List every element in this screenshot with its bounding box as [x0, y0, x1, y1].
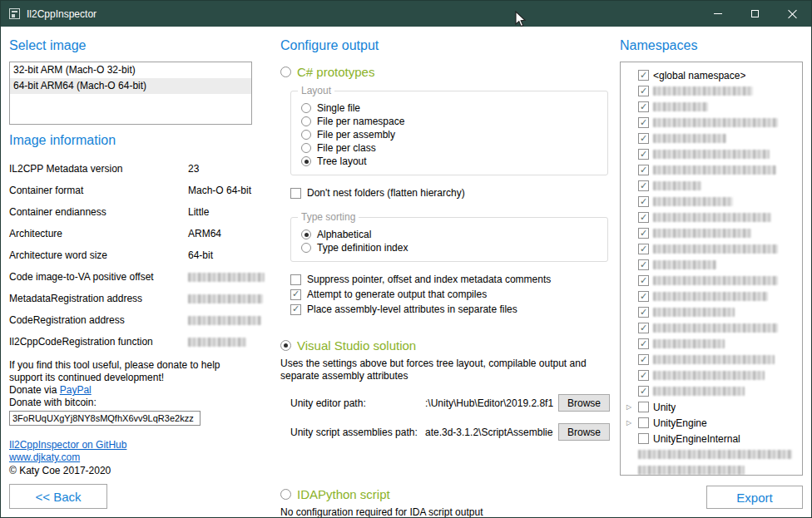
namespace-item[interactable] — [624, 115, 800, 131]
radio-icon — [301, 143, 311, 153]
type-sorting-options: AlphabeticalType definition index — [301, 228, 597, 254]
namespace-checkbox[interactable] — [638, 338, 649, 349]
radio-option-file-per-assembly[interactable]: File per assembly — [301, 128, 597, 141]
namespace-item[interactable] — [624, 257, 800, 273]
expander-icon[interactable] — [624, 418, 634, 428]
namespace-checkbox[interactable] — [638, 117, 649, 128]
back-button[interactable]: << Back — [9, 484, 107, 509]
redacted-namespace — [653, 181, 701, 190]
namespace-checkbox[interactable] — [638, 196, 649, 207]
checkbox-label: Don't nest folders (flatten hierarchy) — [307, 187, 465, 199]
checkbox-icon — [290, 304, 301, 315]
info-label: Architecture — [9, 228, 188, 239]
checkbox-suppress-pointer-offset-and-index-metadata-comments[interactable]: Suppress pointer, offset and index metad… — [290, 272, 610, 287]
namespace-checkbox[interactable] — [638, 133, 649, 144]
namespace-item[interactable] — [624, 99, 800, 115]
radio-option-tree-layout[interactable]: Tree layout — [301, 155, 597, 168]
namespace-item[interactable] — [624, 146, 800, 162]
namespace-item[interactable]: Unity — [624, 399, 800, 415]
namespace-checkbox[interactable] — [638, 307, 649, 318]
redacted-namespace — [653, 355, 775, 364]
export-button[interactable]: Export — [706, 486, 803, 509]
namespace-item[interactable] — [624, 352, 800, 368]
namespace-checkbox[interactable] — [638, 386, 649, 397]
close-icon — [788, 9, 797, 18]
namespace-checkbox[interactable] — [638, 323, 649, 333]
unity-editor-browse-button[interactable]: Browse — [558, 394, 610, 412]
radio-option-type-definition-index[interactable]: Type definition index — [301, 241, 597, 254]
info-value: ARM64 — [188, 228, 252, 239]
radio-option-file-per-namespace[interactable]: File per namespace — [301, 115, 597, 128]
namespace-checkbox[interactable] — [638, 291, 649, 302]
namespace-item[interactable]: UnityEngine — [624, 415, 800, 431]
namespace-item[interactable]: <global namespace> — [624, 67, 800, 83]
namespace-item[interactable] — [624, 210, 800, 225]
radio-option-single-file[interactable]: Single file — [301, 101, 597, 115]
unity-assemblies-path-row: Unity script assemblies path: ate.3d-3.1… — [290, 423, 610, 441]
namespace-item[interactable]: UnityEngineInternal — [624, 431, 800, 446]
type-sorting-group-title: Type sorting — [298, 211, 359, 223]
namespace-item[interactable] — [624, 383, 800, 399]
namespace-checkbox[interactable] — [638, 370, 649, 381]
namespace-checkbox[interactable] — [638, 433, 649, 444]
bitcoin-address-input[interactable] — [9, 411, 201, 426]
namespace-item[interactable] — [624, 83, 800, 99]
image-list-item-32-bit-arm-mach-o-32-bit[interactable]: 32-bit ARM (Mach-O 32-bit) — [10, 62, 251, 78]
namespace-checkbox[interactable] — [638, 165, 649, 175]
namespace-item[interactable] — [624, 304, 800, 320]
github-link[interactable]: Il2CppInspector on GitHub — [9, 439, 252, 451]
namespace-item[interactable] — [624, 336, 800, 352]
csharp-radio[interactable]: C# prototypes — [280, 65, 610, 79]
mouse-cursor — [515, 11, 527, 27]
namespace-item[interactable] — [624, 273, 800, 289]
namespace-checkbox[interactable] — [638, 228, 649, 239]
namespace-checkbox[interactable] — [638, 417, 649, 428]
namespace-checkbox[interactable] — [638, 149, 649, 160]
redacted-value — [188, 338, 246, 347]
namespace-checkbox[interactable] — [638, 101, 649, 112]
namespace-item[interactable] — [624, 368, 800, 383]
namespace-item[interactable] — [624, 241, 800, 257]
image-list-item-64-bit-arm64-mach-o-64-bit[interactable]: 64-bit ARM64 (Mach-O 64-bit) — [10, 78, 251, 94]
radio-option-file-per-class[interactable]: File per class — [301, 141, 597, 155]
namespace-item[interactable] — [624, 131, 800, 146]
paypal-link[interactable]: PayPal — [60, 384, 92, 397]
close-button[interactable] — [774, 1, 811, 27]
minimize-button[interactable] — [699, 1, 736, 27]
checkbox-place-assembly-level-attributes-in-separate-files[interactable]: Place assembly-level attributes in separ… — [290, 302, 610, 317]
namespace-item[interactable] — [624, 194, 800, 210]
namespace-item[interactable] — [624, 225, 800, 241]
namespace-checkbox[interactable] — [638, 70, 649, 81]
expander-icon[interactable] — [624, 402, 634, 412]
namespace-checkbox[interactable] — [638, 354, 649, 365]
redacted-namespace — [653, 229, 751, 238]
namespace-item[interactable] — [624, 178, 800, 194]
namespace-item[interactable] — [624, 320, 800, 336]
unity-assemblies-browse-button[interactable]: Browse — [558, 423, 610, 441]
namespace-checkbox[interactable] — [638, 402, 649, 412]
checkbox-attempt-to-generate-output-that-compiles[interactable]: Attempt to generate output that compiles — [290, 287, 610, 302]
namespace-item[interactable] — [624, 289, 800, 304]
namespace-checkbox[interactable] — [638, 275, 649, 286]
titlebar[interactable]: Il2CppInspector — [1, 1, 811, 27]
redacted-value — [188, 294, 263, 303]
namespace-item[interactable] — [624, 446, 800, 462]
radio-option-alphabetical[interactable]: Alphabetical — [301, 228, 597, 241]
namespace-checkbox[interactable] — [638, 180, 649, 191]
donate-paypal-line: Donate via PayPal — [9, 384, 252, 397]
image-list[interactable]: 32-bit ARM (Mach-O 32-bit)64-bit ARM64 (… — [9, 62, 252, 125]
namespace-checkbox[interactable] — [638, 259, 649, 270]
ida-radio[interactable]: IDAPython script — [280, 487, 610, 501]
namespace-item[interactable] — [624, 462, 800, 476]
namespace-checkbox[interactable] — [638, 244, 649, 254]
namespace-list[interactable]: <global namespace>UnityUnityEngineUnityE… — [620, 62, 803, 476]
vs-radio[interactable]: Visual Studio solution — [280, 338, 610, 353]
ida-label: IDAPython script — [297, 487, 390, 501]
namespace-item[interactable] — [624, 162, 800, 178]
maximize-button[interactable] — [736, 1, 774, 27]
namespace-checkbox[interactable] — [638, 212, 649, 223]
checkbox-don-t-nest-folders-flatten-hierarchy[interactable]: Don't nest folders (flatten hierarchy) — [290, 185, 610, 200]
namespace-checkbox[interactable] — [638, 86, 649, 96]
website-link[interactable]: www.djkaty.com — [9, 451, 252, 464]
unity-assemblies-path-label: Unity script assemblies path: — [290, 427, 420, 438]
